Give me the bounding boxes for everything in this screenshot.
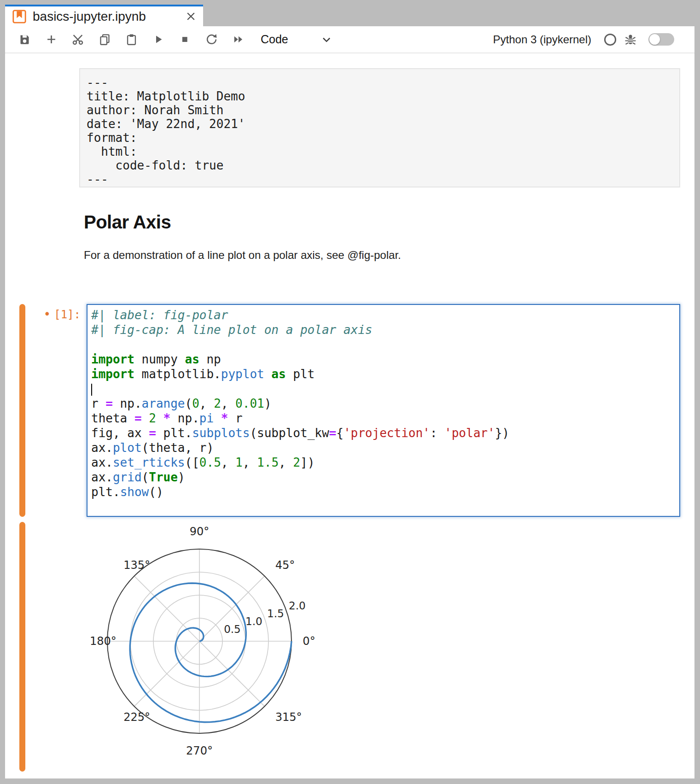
notebook-icon <box>12 9 27 24</box>
code-line: ax.set_rticks([0.5, 1, 1.5, 2]) <box>91 455 679 470</box>
svg-text:0.5: 0.5 <box>224 623 241 635</box>
code-line: r = np.arange(0, 2, 0.01) <box>91 396 679 411</box>
code-line <box>91 381 679 396</box>
svg-text:90°: 90° <box>190 525 210 538</box>
kernel-status-icon[interactable] <box>603 33 617 47</box>
markdown-heading: Polar Axis <box>84 212 171 233</box>
restart-kernel-button[interactable] <box>201 30 222 49</box>
run-all-button[interactable] <box>228 30 249 49</box>
stop-button[interactable] <box>174 30 195 49</box>
text-cursor <box>91 384 92 396</box>
chevron-down-icon <box>321 34 332 46</box>
kernel-name: Python 3 (ipykernel) <box>493 33 591 46</box>
code-line: import matplotlib.pyplot as plt <box>91 367 679 381</box>
svg-text:0°: 0° <box>303 635 315 648</box>
cell-type-label: Code <box>261 33 288 46</box>
save-button[interactable] <box>14 30 35 49</box>
execution-count: •[1]: <box>29 307 81 322</box>
polar-plot: 0°45°90°135°180°225°270°315°0.51.01.52.0 <box>84 525 315 767</box>
cut-button[interactable] <box>67 30 88 49</box>
copy-button[interactable] <box>94 30 115 49</box>
tab-title: basics-jupyter.ipynb <box>33 9 184 24</box>
notebook-window: basics-jupyter.ipynb <box>5 5 694 778</box>
code-line <box>91 337 679 352</box>
paste-button[interactable] <box>121 30 142 49</box>
code-line: #| label: fig-polar <box>91 308 679 322</box>
debugger-bug-icon[interactable] <box>624 33 637 47</box>
toggle-knob <box>649 34 660 45</box>
code-line: #| fig-cap: A line plot on a polar axis <box>91 322 679 337</box>
prompt-label: [1]: <box>54 308 81 321</box>
code-line: fig, ax = plt.subplots(subplot_kw={'proj… <box>91 426 679 440</box>
fast-forward-icon <box>232 33 245 46</box>
code-line: ax.grid(True) <box>91 470 679 485</box>
toolbar-right: Python 3 (ipykernel) <box>493 33 694 47</box>
svg-text:1.0: 1.0 <box>245 615 262 627</box>
input-collapser[interactable] <box>19 304 25 517</box>
stop-icon <box>179 33 191 46</box>
svg-text:180°: 180° <box>90 635 117 648</box>
add-icon <box>45 33 58 46</box>
code-line: plt.show() <box>91 485 679 499</box>
close-icon[interactable] <box>184 10 198 23</box>
markdown-paragraph: For a demonstration of a line plot on a … <box>84 249 401 262</box>
code-line: import numpy as np <box>91 352 679 367</box>
save-icon <box>18 33 31 46</box>
simple-mode-toggle[interactable] <box>648 33 674 46</box>
notebook-content: --- title: Matplotlib Demo author: Norah… <box>5 54 694 778</box>
run-icon <box>152 33 164 46</box>
code-cell-editor[interactable]: #| label: fig-polar#| fig-cap: A line pl… <box>87 304 680 517</box>
restart-icon <box>205 33 218 46</box>
raw-yaml-cell[interactable]: --- title: Matplotlib Demo author: Norah… <box>79 68 680 187</box>
svg-text:225°: 225° <box>123 711 150 724</box>
output-collapser[interactable] <box>19 522 25 772</box>
svg-text:1.5: 1.5 <box>267 608 284 620</box>
add-cell-button[interactable] <box>41 30 62 49</box>
svg-text:2.0: 2.0 <box>289 600 306 612</box>
tab-basics-jupyter[interactable]: basics-jupyter.ipynb <box>5 5 203 26</box>
svg-text:270°: 270° <box>186 744 213 757</box>
svg-text:135°: 135° <box>123 559 150 572</box>
cell-type-select[interactable]: Code <box>261 33 332 46</box>
svg-text:315°: 315° <box>275 711 302 724</box>
code-line: ax.plot(theta, r) <box>91 440 679 455</box>
copy-icon <box>99 33 111 46</box>
tab-bar: basics-jupyter.ipynb <box>5 5 694 26</box>
modified-dot: • <box>44 307 51 321</box>
cut-icon <box>71 33 84 46</box>
svg-text:45°: 45° <box>275 559 295 572</box>
notebook-toolbar: Code Python 3 (ipykernel) <box>5 26 694 53</box>
cell-output: 0°45°90°135°180°225°270°315°0.51.01.52.0 <box>84 525 315 767</box>
code-line: theta = 2 * np.pi * r <box>91 411 679 426</box>
run-button[interactable] <box>147 30 169 49</box>
paste-icon <box>125 33 138 46</box>
